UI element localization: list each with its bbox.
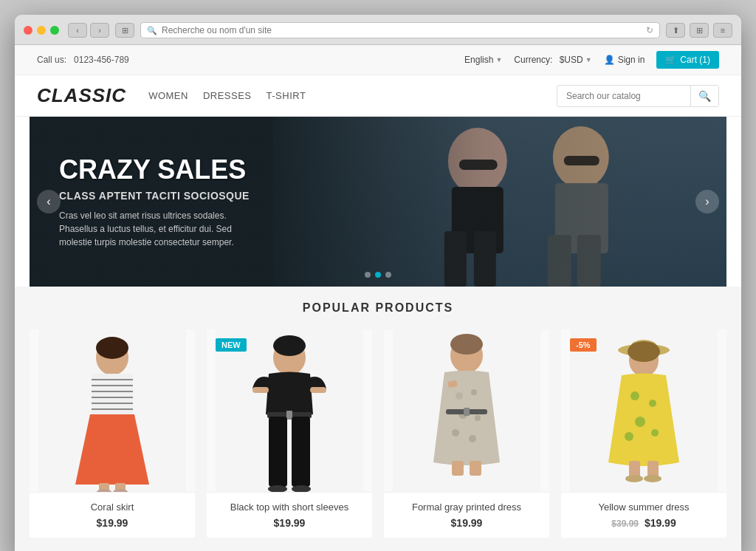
top-bar: Call us: 0123-456-789 English ▼ Currency…: [15, 45, 741, 75]
svg-point-59: [625, 432, 633, 441]
svg-rect-32: [269, 417, 287, 487]
product-info: Formal gray printed dress $19.99: [384, 492, 549, 538]
address-bar-container: 🔍 Recherche ou nom d'un site ↻: [140, 22, 660, 38]
svg-point-54: [628, 341, 660, 362]
product-card[interactable]: NEW: [207, 329, 372, 538]
product-info: Yellow summer dress $39.99 $19.99: [561, 492, 726, 538]
product-image: [30, 329, 195, 492]
browser-window: ‹ › ⊞ 🔍 Recherche ou nom d'un site ↻ ⬆ ⊞…: [15, 15, 741, 551]
forward-button[interactable]: ›: [90, 23, 109, 38]
badge-discount: -5%: [570, 338, 597, 352]
hero-next-button[interactable]: ›: [695, 190, 719, 213]
search-bar: 🔍: [557, 85, 719, 107]
svg-point-58: [651, 429, 659, 437]
main-nav: CLASSIC WOMEN DRESSES T-SHIRT 🔍: [15, 75, 741, 117]
hero-banner: CRAZY SALES CLASS APTENT TACITI SOCIOSQU…: [30, 117, 726, 287]
product-card[interactable]: Coral skirt $19.99: [30, 329, 195, 538]
currency-label: Currency:: [514, 55, 552, 65]
main-content: POPULAR PRODUCTS: [15, 287, 741, 551]
nav-tshirt[interactable]: T-SHIRT: [267, 90, 306, 101]
svg-point-57: [635, 417, 645, 427]
product-name: Black top with short sleeves: [216, 502, 363, 513]
maximize-icon[interactable]: [50, 26, 59, 35]
product-price: $19.99: [216, 517, 363, 529]
call-label: Call us:: [37, 55, 66, 65]
cart-button[interactable]: 🛒 Cart (1): [656, 51, 719, 69]
minimize-icon[interactable]: [37, 26, 46, 35]
site-logo[interactable]: CLASSIC: [37, 84, 126, 107]
search-button[interactable]: 🔍: [690, 86, 718, 106]
share-button[interactable]: ⬆: [666, 23, 685, 38]
badge-new: NEW: [216, 338, 247, 352]
product-name: Formal gray printed dress: [393, 502, 540, 513]
sidebar-button[interactable]: ≡: [713, 23, 732, 38]
product-name: Yellow summer dress: [570, 502, 718, 513]
chevron-down-icon: ▼: [495, 56, 502, 64]
svg-rect-60: [629, 461, 640, 477]
person-icon: 👤: [604, 55, 615, 65]
product-name: Coral skirt: [38, 502, 186, 513]
search-input[interactable]: [557, 86, 690, 106]
language-selector[interactable]: English ▼: [464, 55, 502, 65]
svg-point-38: [450, 334, 483, 355]
product-info: Black top with short sleeves $19.99: [207, 492, 372, 538]
svg-rect-48: [470, 461, 481, 476]
cart-label: Cart (1): [680, 55, 710, 65]
hero-dot-1[interactable]: [365, 272, 371, 278]
popular-products-title: POPULAR PRODUCTS: [30, 301, 726, 315]
hero-prev-button[interactable]: ‹: [37, 190, 61, 213]
tab-icon[interactable]: ⊞: [115, 23, 134, 38]
svg-point-56: [649, 400, 656, 407]
hero-dot-3[interactable]: [385, 272, 391, 278]
svg-point-40: [471, 389, 477, 395]
search-icon: 🔍: [147, 26, 157, 35]
svg-rect-61: [647, 461, 659, 477]
cart-icon: 🛒: [665, 55, 676, 65]
svg-rect-28: [252, 387, 269, 393]
traffic-lights: [24, 26, 59, 35]
product-info: Coral skirt $19.99: [30, 492, 195, 538]
browser-chrome: ‹ › ⊞ 🔍 Recherche ou nom d'un site ↻ ⬆ ⊞…: [15, 15, 741, 45]
svg-point-44: [469, 435, 476, 442]
nav-women[interactable]: WOMEN: [148, 90, 188, 101]
svg-point-13: [96, 337, 128, 359]
phone-number: 0123-456-789: [74, 55, 129, 65]
svg-point-42: [475, 415, 481, 421]
chevron-down-icon: ▼: [585, 56, 592, 64]
product-card[interactable]: Formal gray printed dress $19.99: [384, 329, 549, 538]
currency-selector[interactable]: Currency: $USD ▼: [514, 55, 591, 65]
svg-rect-46: [464, 408, 470, 416]
sign-in-link[interactable]: 👤 Sign in: [604, 55, 645, 65]
hero-description: Cras vel leo sit amet risus ultrices sod…: [59, 209, 251, 249]
product-price: $19.99: [38, 517, 186, 529]
svg-point-27: [273, 335, 306, 356]
hero-text: CRAZY SALES CLASS APTENT TACITI SOCIOSQU…: [59, 154, 251, 249]
sale-price: $19.99: [645, 517, 676, 529]
product-price: $19.99: [393, 517, 540, 529]
hero-title: CRAZY SALES: [59, 154, 251, 185]
svg-rect-47: [452, 461, 464, 476]
nav-dresses[interactable]: DRESSES: [203, 90, 252, 101]
website: Call us: 0123-456-789 English ▼ Currency…: [15, 45, 741, 551]
hero-dot-2[interactable]: [375, 272, 381, 278]
svg-point-63: [644, 475, 662, 482]
svg-rect-29: [310, 387, 326, 393]
svg-point-43: [452, 429, 459, 437]
address-bar-input[interactable]: Recherche ou nom d'un site: [162, 25, 642, 35]
close-icon[interactable]: [24, 26, 32, 35]
product-card[interactable]: -5%: [561, 329, 726, 538]
hero-dots: [365, 272, 391, 278]
svg-rect-31: [286, 411, 292, 420]
svg-rect-33: [292, 417, 310, 487]
products-grid: Coral skirt $19.99 NEW: [30, 329, 726, 538]
new-tab-button[interactable]: ⊞: [690, 23, 709, 38]
product-image: NEW: [207, 329, 372, 492]
contact-info: Call us: 0123-456-789: [37, 55, 129, 65]
refresh-button[interactable]: ↻: [646, 25, 653, 35]
svg-point-62: [625, 475, 643, 482]
back-button[interactable]: ‹: [68, 23, 87, 38]
svg-point-39: [456, 392, 463, 400]
nav-links: WOMEN DRESSES T-SHIRT: [148, 90, 557, 101]
product-price: $39.99 $19.99: [570, 517, 718, 529]
svg-point-55: [630, 391, 639, 400]
